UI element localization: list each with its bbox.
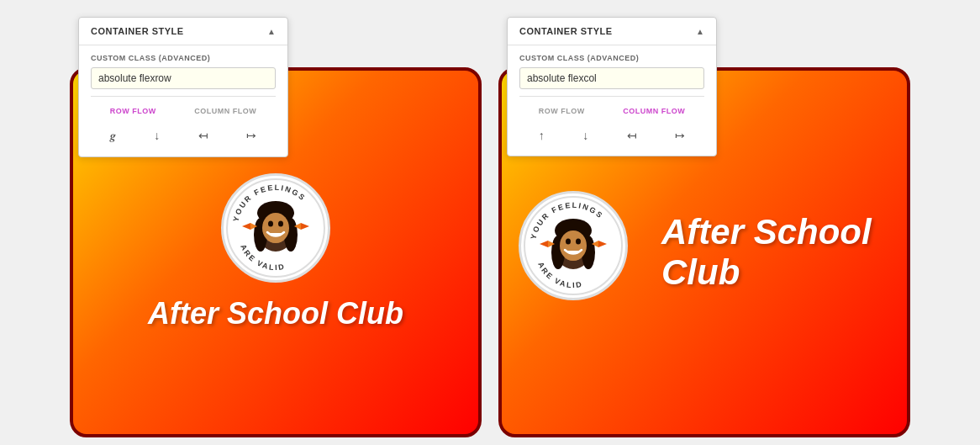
left-chevron-icon[interactable]: ▲ bbox=[267, 27, 276, 36]
right-popup-title: CONTAINER STYLE bbox=[519, 26, 613, 36]
right-popup-header: CONTAINER STYLE ▲ bbox=[508, 18, 716, 45]
right-popup-body: CUSTOM CLASS (ADVANCED) ROW FLOW COLUMN … bbox=[508, 45, 716, 156]
right-panel: CONTAINER STYLE ▲ CUSTOM CLASS (ADVANCED… bbox=[498, 17, 910, 437]
right-logo-circle: YOUR FEELINGS ARE VALID bbox=[519, 191, 628, 300]
svg-point-21 bbox=[560, 230, 587, 261]
svg-point-8 bbox=[278, 221, 283, 227]
left-popup-header: CONTAINER STYLE ▲ bbox=[79, 18, 287, 45]
svg-point-22 bbox=[566, 239, 571, 245]
left-flow-icons: 𝒈 ↓ ↤ ↦ bbox=[91, 124, 276, 148]
left-panel: CONTAINER STYLE ▲ CUSTOM CLASS (ADVANCED… bbox=[70, 17, 482, 437]
right-flow-icons: ↑ ↓ ↤ ↦ bbox=[519, 124, 704, 147]
left-card-title: After School Club bbox=[131, 296, 420, 331]
svg-point-7 bbox=[268, 221, 273, 227]
left-flow-tabs: ROW FLOW COLUMN FLOW bbox=[91, 105, 276, 117]
right-custom-class-input[interactable] bbox=[519, 67, 704, 89]
left-custom-class-label: CUSTOM CLASS (ADVANCED) bbox=[91, 54, 276, 62]
right-card-title: After School Club bbox=[645, 212, 890, 293]
left-flow-icon-left[interactable]: ↤ bbox=[195, 127, 212, 145]
right-flow-tabs: ROW FLOW COLUMN FLOW bbox=[519, 105, 704, 117]
left-row-flow-tab[interactable]: ROW FLOW bbox=[107, 105, 160, 117]
left-container-style-popup: CONTAINER STYLE ▲ CUSTOM CLASS (ADVANCED… bbox=[78, 17, 288, 157]
right-custom-class-label: CUSTOM CLASS (ADVANCED) bbox=[519, 54, 704, 62]
right-flow-icon-left[interactable]: ↤ bbox=[624, 127, 640, 144]
right-column-flow-tab[interactable]: COLUMN FLOW bbox=[619, 105, 688, 117]
left-flow-icon-right[interactable]: ↦ bbox=[243, 127, 260, 145]
right-flow-icon-bottom[interactable]: ↓ bbox=[579, 127, 592, 144]
svg-point-6 bbox=[262, 213, 289, 243]
right-row-flow-tab[interactable]: ROW FLOW bbox=[535, 105, 588, 117]
left-column-flow-tab[interactable]: COLUMN FLOW bbox=[191, 105, 260, 117]
left-popup-body: CUSTOM CLASS (ADVANCED) ROW FLOW COLUMN … bbox=[79, 45, 287, 156]
left-logo-circle: YOUR FEELINGS ARE VALID bbox=[221, 173, 330, 283]
right-flow-icon-right[interactable]: ↦ bbox=[672, 127, 688, 144]
left-flow-icon-top[interactable]: 𝒈 bbox=[107, 127, 119, 145]
right-flow-icon-top[interactable]: ↑ bbox=[535, 127, 548, 144]
right-chevron-icon[interactable]: ▲ bbox=[696, 27, 704, 36]
right-container-style-popup: CONTAINER STYLE ▲ CUSTOM CLASS (ADVANCED… bbox=[507, 17, 717, 156]
left-logo-svg: YOUR FEELINGS ARE VALID bbox=[225, 177, 326, 278]
left-divider bbox=[91, 96, 276, 97]
left-popup-title: CONTAINER STYLE bbox=[91, 26, 184, 36]
right-logo-svg: YOUR FEELINGS ARE VALID bbox=[523, 195, 624, 296]
right-divider bbox=[519, 96, 704, 97]
left-flow-icon-bottom[interactable]: ↓ bbox=[150, 127, 163, 145]
left-custom-class-input[interactable] bbox=[91, 67, 276, 89]
svg-point-23 bbox=[576, 239, 581, 245]
